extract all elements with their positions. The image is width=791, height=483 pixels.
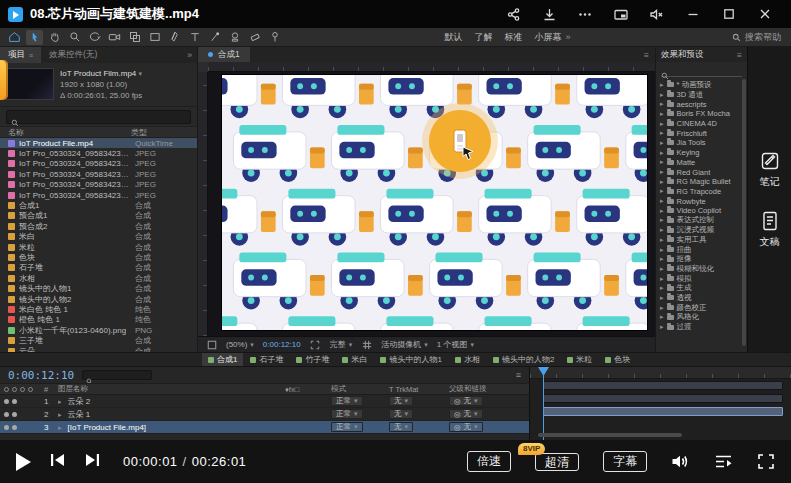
project-item-row[interactable]: 预合成1 合成 (0, 211, 197, 221)
minimize-icon[interactable] (675, 0, 711, 28)
label-color-chip[interactable] (8, 181, 15, 188)
effects-category-row[interactable]: ▸ 风格化 (656, 313, 747, 323)
label-color-chip[interactable] (8, 160, 15, 167)
playlist-icon[interactable] (714, 453, 733, 470)
label-color-chip[interactable] (8, 264, 15, 271)
effects-category-row[interactable]: ▸ 透视 (656, 293, 747, 303)
workspace-tab[interactable]: 默认 (444, 31, 462, 44)
project-item-row[interactable]: 石子堆 合成 (0, 263, 197, 273)
resolution-dropdown[interactable]: 完整▾ (330, 339, 353, 350)
previous-episode-button[interactable] (49, 452, 66, 472)
zoom-tool-icon[interactable] (66, 30, 83, 45)
pan-behind-tool-icon[interactable] (126, 30, 143, 45)
label-color-chip[interactable] (8, 212, 15, 219)
layer-trkmat-dropdown[interactable]: 无▾ (389, 396, 449, 406)
layer-parent-dropdown[interactable]: ◎无▾ (449, 422, 525, 432)
layer-av-toggles[interactable] (4, 399, 44, 404)
effects-category-row[interactable]: ▸ CINEMA 4D (656, 119, 747, 129)
layer-duration-bar-selected[interactable] (543, 407, 783, 416)
chevron-right-icon[interactable]: ▸ (660, 265, 664, 273)
effects-category-row[interactable]: ▸ 表达式控制 (656, 216, 747, 226)
layer-name-cell[interactable]: ▸云朵 2 (58, 396, 285, 407)
hand-tool-icon[interactable] (46, 30, 63, 45)
composition-tab[interactable]: 石子堆 (244, 353, 289, 366)
label-color-chip[interactable] (8, 316, 15, 323)
chevron-right-icon[interactable]: ▸ (660, 187, 664, 195)
composition-tab[interactable]: 米白 (336, 353, 373, 366)
effects-category-row[interactable]: ▸ Frischluft (656, 128, 747, 138)
label-color-chip[interactable] (8, 327, 15, 334)
layer-trkmat-dropdown[interactable]: 无▾ (389, 409, 449, 419)
label-color-chip[interactable] (8, 296, 15, 303)
composition-tab[interactable]: 合成1 (202, 353, 243, 366)
timeline-menu-icon[interactable]: ≡ (516, 370, 521, 380)
mute-icon[interactable] (639, 0, 675, 28)
effects-category-row[interactable]: ▸ 过渡 (656, 322, 747, 332)
composition-tab[interactable]: 竹子堆 (290, 353, 335, 366)
timeline-horizontal-scrollbar[interactable] (538, 433, 682, 437)
project-item-row[interactable]: IoT Pro_0530324_095834236.jpg JPEG (0, 148, 197, 158)
pen-tool-icon[interactable] (166, 30, 183, 45)
effects-search-input[interactable] (661, 65, 742, 77)
active-camera-dropdown[interactable]: 活动摄像机▾ (381, 339, 428, 350)
effects-panel-title[interactable]: 效果和预设 (661, 49, 704, 61)
effects-category-row[interactable]: ▸ 抠像 (656, 254, 747, 264)
project-item-row[interactable]: 橙色 纯色 1 纯色 (0, 315, 197, 325)
label-color-chip[interactable] (8, 275, 15, 282)
volume-icon[interactable] (671, 453, 690, 470)
clone-stamp-tool-icon[interactable] (226, 30, 243, 45)
label-color-chip[interactable] (8, 140, 15, 147)
next-episode-button[interactable] (84, 452, 101, 472)
label-color-chip[interactable] (8, 285, 15, 292)
project-item-row[interactable]: IoT Pro_0530324_095834233.jpg JPEG (0, 169, 197, 179)
effects-category-row[interactable]: ▸ Matte (656, 158, 747, 168)
effects-category-row[interactable]: ▸ * 动画预设 (656, 80, 747, 90)
selection-tool-icon[interactable] (26, 30, 43, 45)
tab-composition[interactable]: 合成1 (198, 47, 250, 62)
magnification-icon[interactable] (206, 339, 217, 350)
column-header-layer-name[interactable]: 图层名称 (58, 384, 285, 394)
label-color-chip[interactable] (8, 223, 15, 230)
home-tool-icon[interactable] (6, 30, 23, 45)
grid-guides-icon[interactable] (361, 339, 372, 350)
project-item-row[interactable]: 小米粒一千年(0123-0460).png PNG (0, 325, 197, 335)
layer-av-toggles[interactable] (4, 412, 44, 417)
effects-category-row[interactable]: ▸ 模拟 (656, 274, 747, 284)
workspace-overflow-icon[interactable]: » (565, 32, 570, 42)
timeline-track-area[interactable] (530, 367, 791, 440)
project-item-row[interactable]: 米白色 纯色 1 纯色 (0, 304, 197, 314)
effects-category-row[interactable]: ▸ 3D 通道 (656, 90, 747, 100)
layer-parent-dropdown[interactable]: ◎无▾ (449, 409, 525, 419)
project-item-row[interactable]: IoT Pro_0530324_095834230.jpg JPEG (0, 190, 197, 200)
project-item-row[interactable]: 米粒 合成 (0, 242, 197, 252)
chevron-right-icon[interactable]: ▸ (660, 304, 664, 312)
effects-category-row[interactable]: ▸ 沉浸式视频 (656, 225, 747, 235)
project-item-row[interactable]: 三子堆 合成 (0, 335, 197, 345)
floating-assistant-handle[interactable] (0, 60, 8, 100)
effects-category-row[interactable]: ▸ Jia Tools (656, 138, 747, 148)
column-header-trkmat[interactable]: T TrkMat (389, 385, 449, 394)
pip-icon[interactable] (603, 0, 639, 28)
project-item-row[interactable]: 合成1 合成 (0, 200, 197, 210)
eraser-tool-icon[interactable] (246, 30, 263, 45)
viewer-current-time[interactable]: 0:00:12:10 (263, 340, 301, 349)
chevron-right-icon[interactable]: ▸ (660, 158, 664, 166)
panel-menu-icon[interactable]: ≡ (737, 50, 742, 60)
effects-category-row[interactable]: ▸ aescripts (656, 99, 747, 109)
effects-scrollbar[interactable] (742, 79, 746, 346)
layer-av-toggles[interactable] (4, 425, 44, 430)
effects-category-row[interactable]: ▸ Boris FX Mocha (656, 109, 747, 119)
label-color-chip[interactable] (8, 337, 15, 344)
layer-duration-bar[interactable] (543, 381, 783, 390)
timeline-ruler[interactable] (530, 367, 791, 379)
chevron-right-icon[interactable]: ▸ (660, 313, 664, 321)
chevron-right-icon[interactable]: ▸ (660, 197, 664, 205)
chevron-right-icon[interactable]: ▸ (660, 207, 664, 215)
panel-overflow-icon[interactable]: » (182, 47, 197, 63)
chevron-right-icon[interactable]: ▸ (660, 284, 664, 292)
play-button[interactable] (16, 453, 31, 471)
download-icon[interactable] (531, 0, 567, 28)
label-color-chip[interactable] (8, 244, 15, 251)
label-color-chip[interactable] (8, 171, 15, 178)
column-header-name[interactable]: 名称 (8, 127, 131, 138)
